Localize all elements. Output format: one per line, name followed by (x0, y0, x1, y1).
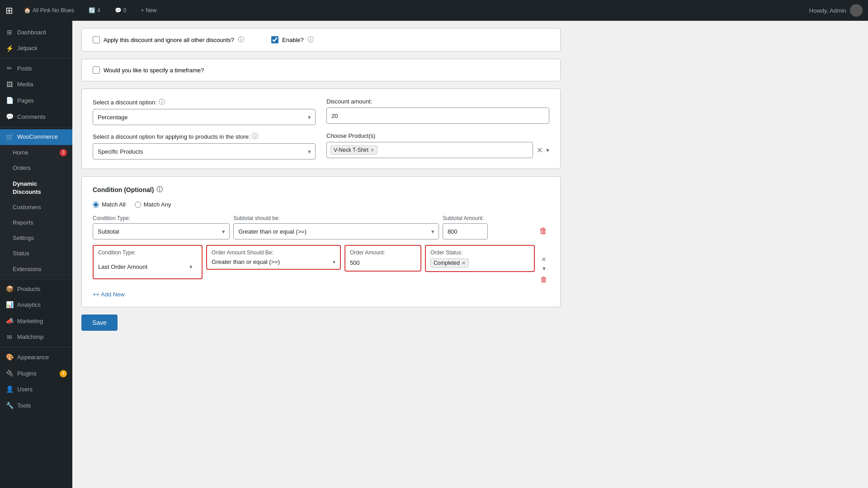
products-icon: 📦 (5, 285, 14, 294)
choose-products-group: Choose Product(s) V-Neck T-Shirt ✕ ✕ ▾ (326, 132, 549, 160)
products-clear-icon[interactable]: ✕ (537, 146, 542, 155)
discount-amount-group: Discount amount: (326, 98, 549, 125)
apply-discount-checkbox[interactable] (93, 36, 100, 43)
sidebar-item-dashboard[interactable]: ⊞ Dashboard (0, 24, 72, 41)
products-row: V-Neck T-Shirt ✕ ✕ ▾ (326, 142, 549, 158)
tools-icon: 🔧 (5, 401, 14, 410)
sidebar-item-status[interactable]: Status (0, 246, 72, 261)
match-all-radio[interactable] (93, 202, 99, 208)
cond1-type-select[interactable]: Subtotal Last Order Amount (93, 223, 230, 239)
woocommerce-icon: 🛒 (5, 133, 14, 142)
match-any-radio[interactable] (135, 202, 141, 208)
cond1-type-select-wrapper[interactable]: Subtotal Last Order Amount (93, 223, 230, 239)
match-any-label[interactable]: Match Any (135, 201, 171, 208)
timeframe-card: Would you like to specify a timeframe? (81, 59, 561, 81)
sidebar-item-customers[interactable]: Customers (0, 200, 72, 215)
layout: ⊞ Dashboard ⚡ Jetpack ✏ Posts 🖼 Media 📄 … (0, 21, 868, 488)
plugins-badge: 4 (60, 370, 67, 377)
sidebar-item-marketing[interactable]: 📣 Marketing (0, 313, 72, 329)
enable-container[interactable]: Enable? ⓘ (271, 36, 314, 44)
discount-row-1: Select a discount option: ⓘ Percentage F… (93, 98, 549, 125)
sidebar-item-jetpack[interactable]: ⚡ Jetpack (0, 41, 72, 57)
cond2-delete-icon[interactable]: 🗑 (538, 274, 549, 286)
media-icon: 🖼 (5, 80, 14, 89)
cond1-subtotal-label: Subtotal should be: (233, 215, 439, 221)
cond1-subtotal-select[interactable]: Greater than or equal (>=) Less than Equ… (233, 223, 439, 239)
select-discount-group: Select a discount option: ⓘ Percentage F… (93, 98, 316, 125)
sidebar-item-posts[interactable]: ✏ Posts (0, 61, 72, 77)
sidebar-item-reports[interactable]: Reports (0, 215, 72, 230)
enable-checkbox[interactable] (271, 36, 278, 43)
cond1-amount-label: Subtotal Amount: (443, 215, 534, 221)
sidebar-item-dynamic-discounts[interactable]: Dynamic Discounts (0, 176, 72, 200)
comments-item[interactable]: 💬 0 (111, 5, 130, 15)
sidebar-item-products[interactable]: 📦 Products (0, 281, 72, 297)
store-option-info-icon[interactable]: ⓘ (252, 132, 258, 141)
add-new-button[interactable]: + + Add New (93, 291, 125, 298)
save-button[interactable]: Save (81, 314, 118, 331)
cond1-amount-col: Subtotal Amount: (443, 215, 534, 239)
sidebar-item-woocommerce[interactable]: 🛒 WooCommerce (0, 129, 72, 145)
cond2-type-select-wrapper[interactable]: Last Order Amount Subtotal (98, 258, 197, 275)
admin-bar-right: Howdy, Admin (809, 4, 863, 17)
top-card: Apply this discount and ignore all other… (81, 28, 561, 52)
sidebar-item-plugins[interactable]: 🔌 Plugins 4 (0, 366, 72, 382)
product-tag-remove-icon[interactable]: ✕ (370, 147, 374, 153)
apply-discount-container[interactable]: Apply this discount and ignore all other… (93, 36, 244, 44)
condition-info-icon[interactable]: ⓘ (156, 186, 163, 194)
wp-logo-icon[interactable]: ⊞ (5, 5, 13, 16)
timeframe-container[interactable]: Would you like to specify a timeframe? (93, 66, 549, 74)
sidebar-item-settings[interactable]: Settings (0, 230, 72, 246)
cond1-delete-icon[interactable]: 🗑 (538, 225, 549, 238)
cond1-subtotal-select-wrapper[interactable]: Greater than or equal (>=) Less than Equ… (233, 223, 439, 239)
order-status-tag-remove-icon[interactable]: ✕ (462, 260, 466, 266)
apply-discount-info-icon[interactable]: ⓘ (238, 36, 244, 44)
sidebar-item-media[interactable]: 🖼 Media (0, 77, 72, 93)
store-option-select[interactable]: Specific Products All Products (93, 143, 316, 160)
cond1-delete-col: 🗑 (538, 225, 549, 239)
products-tag-input[interactable]: V-Neck T-Shirt ✕ (326, 142, 533, 158)
cond2-chevron-down-icon[interactable]: ▾ (542, 265, 546, 272)
sidebar-item-users[interactable]: 👤 Users (0, 381, 72, 398)
cond2-clear-icon[interactable]: ✕ (541, 256, 547, 263)
cond2-order-status-label: Order Status: (430, 249, 529, 256)
cond1-type-label: Condition Type: (93, 215, 230, 221)
sidebar-item-pages[interactable]: 📄 Pages (0, 93, 72, 109)
updates-item[interactable]: 🔄 4 (85, 5, 104, 15)
cond2-order-should-be-chevron[interactable]: ▾ (333, 259, 335, 265)
select-discount-select[interactable]: Percentage Fixed (93, 109, 316, 125)
select-discount-info-icon[interactable]: ⓘ (159, 98, 165, 106)
match-all-label[interactable]: Match All (93, 201, 126, 208)
sidebar-item-home[interactable]: Home 3 (0, 145, 72, 160)
timeframe-checkbox[interactable] (93, 66, 100, 74)
products-dropdown-icon[interactable]: ▾ (546, 146, 549, 154)
comments-icon: 💬 (5, 113, 14, 122)
cond2-order-amount-should-be-box: Order Amount Should Be: Greater than or … (206, 245, 341, 270)
sidebar-item-orders[interactable]: Orders (0, 160, 72, 176)
discount-amount-input[interactable] (326, 108, 549, 124)
avatar[interactable] (850, 4, 863, 17)
store-option-wrapper[interactable]: Specific Products All Products (93, 143, 316, 160)
cond2-order-should-be-value: Greater than or equal (>=) (212, 258, 280, 265)
sidebar-divider-2 (0, 127, 72, 127)
cond2-order-should-be-row: Greater than or equal (>=) ▾ (212, 258, 335, 265)
woocommerce-submenu: Home 3 Orders Dynamic Discounts Customer… (0, 145, 72, 277)
sidebar-item-mailchimp[interactable]: ✉ Mailchimp (0, 329, 72, 346)
timeframe-label: Would you like to specify a timeframe? (104, 67, 204, 74)
enable-info-icon[interactable]: ⓘ (307, 36, 314, 44)
cond2-type-select[interactable]: Last Order Amount Subtotal (98, 258, 197, 275)
sidebar-item-comments[interactable]: 💬 Comments (0, 109, 72, 125)
new-item[interactable]: + New (137, 5, 160, 15)
site-name[interactable]: 🏠 All Pink No Blues (20, 5, 78, 15)
order-status-tag: Completed ✕ (430, 258, 469, 267)
sidebar-item-tools[interactable]: 🔧 Tools (0, 398, 72, 414)
cond1-amount-input[interactable] (443, 223, 488, 239)
sidebar-item-appearance[interactable]: 🎨 Appearance (0, 349, 72, 366)
select-discount-wrapper[interactable]: Percentage Fixed (93, 109, 316, 125)
howdy-text: Howdy, Admin (809, 7, 846, 14)
sidebar-item-analytics[interactable]: 📊 Analytics (0, 297, 72, 313)
cond2-order-amount-input[interactable] (350, 258, 416, 267)
store-option-row: Select a discount option for applying to… (93, 132, 549, 160)
sidebar-item-extensions[interactable]: Extensions (0, 262, 72, 277)
jetpack-icon: ⚡ (5, 44, 14, 53)
